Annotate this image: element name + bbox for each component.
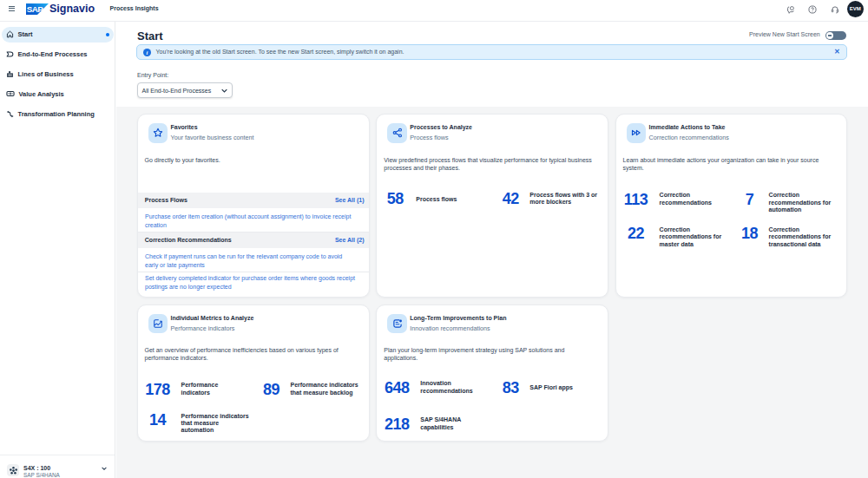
- svg-text:SAP: SAP: [27, 4, 43, 14]
